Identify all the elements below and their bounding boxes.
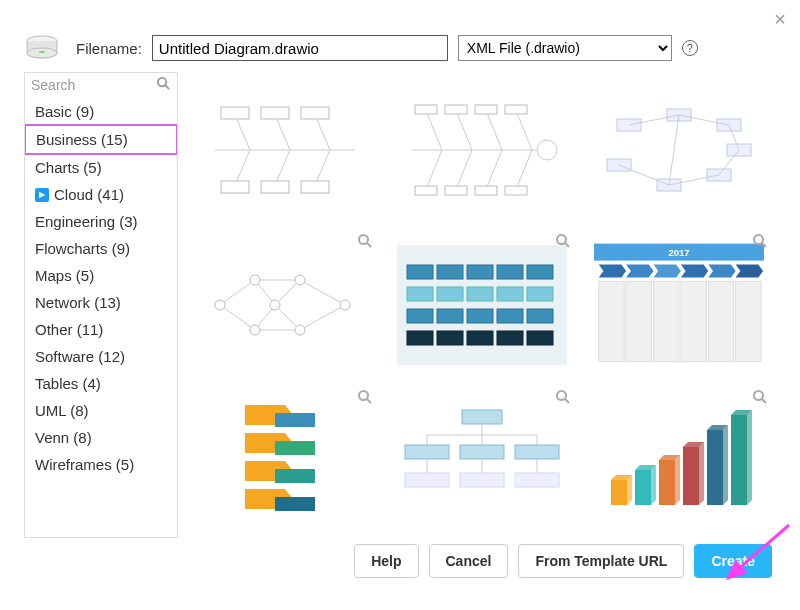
svg-rect-12 <box>261 107 289 119</box>
svg-rect-96 <box>515 445 559 459</box>
template-thumbnail[interactable] <box>186 383 383 538</box>
svg-line-92 <box>565 399 569 403</box>
zoom-icon[interactable] <box>752 389 768 409</box>
svg-rect-81 <box>654 281 680 361</box>
svg-rect-106 <box>707 430 723 505</box>
template-preview <box>397 395 567 525</box>
svg-line-101 <box>762 399 766 403</box>
svg-line-21 <box>427 150 442 187</box>
template-thumbnail[interactable] <box>383 72 580 227</box>
cancel-button[interactable]: Cancel <box>429 544 509 578</box>
search-wrap <box>25 73 177 98</box>
svg-rect-84 <box>736 281 762 361</box>
help-button[interactable]: Help <box>354 544 418 578</box>
svg-rect-94 <box>405 445 449 459</box>
zoom-icon[interactable] <box>555 233 571 253</box>
category-item[interactable]: Maps (5) <box>25 262 177 289</box>
dialog-header: Filename: XML File (.drawio) ? <box>0 0 800 72</box>
svg-rect-71 <box>527 265 553 279</box>
svg-rect-65 <box>467 309 493 323</box>
close-button[interactable]: × <box>774 8 786 31</box>
svg-rect-67 <box>497 265 523 279</box>
svg-line-24 <box>457 113 472 150</box>
search-icon[interactable] <box>156 76 171 94</box>
svg-rect-34 <box>505 105 527 114</box>
template-thumbnail[interactable] <box>383 383 580 538</box>
zoom-icon[interactable] <box>555 389 571 409</box>
svg-rect-102 <box>611 480 627 505</box>
svg-rect-99 <box>515 473 559 487</box>
category-item[interactable]: Tables (4) <box>25 370 177 397</box>
zoom-icon[interactable] <box>357 233 373 253</box>
create-button[interactable]: Create <box>694 544 772 578</box>
svg-line-6 <box>235 115 250 150</box>
category-item[interactable]: Software (12) <box>25 343 177 370</box>
svg-line-25 <box>457 150 472 187</box>
svg-rect-55 <box>407 265 433 279</box>
category-item[interactable]: Flowcharts (9) <box>25 235 177 262</box>
template-preview <box>200 85 370 215</box>
svg-rect-98 <box>460 473 504 487</box>
svg-rect-23 <box>415 186 437 195</box>
expand-icon: ▶ <box>35 188 49 202</box>
category-item[interactable]: Engineering (3) <box>25 208 177 235</box>
svg-point-91 <box>557 391 566 400</box>
category-list: Basic (9)Business (15)Charts (5)▶Cloud (… <box>25 98 177 537</box>
svg-rect-107 <box>731 415 747 505</box>
template-thumbnail[interactable] <box>581 72 778 227</box>
svg-line-15 <box>315 150 330 185</box>
svg-rect-27 <box>445 186 467 195</box>
dialog-footer: Help Cancel From Template URL Create <box>0 538 800 578</box>
template-gallery: 2017 <box>178 72 778 538</box>
svg-line-86 <box>367 399 371 403</box>
svg-rect-30 <box>475 105 497 114</box>
category-item[interactable]: Basic (9) <box>25 98 177 125</box>
zoom-icon[interactable] <box>357 389 373 409</box>
category-label: Tables (4) <box>35 375 101 392</box>
template-thumbnail[interactable] <box>581 383 778 538</box>
svg-rect-82 <box>681 281 707 361</box>
template-preview: 2017 <box>594 240 764 370</box>
svg-rect-104 <box>659 460 675 505</box>
svg-point-50 <box>295 325 305 335</box>
category-item[interactable]: Venn (8) <box>25 424 177 451</box>
svg-rect-35 <box>505 186 527 195</box>
svg-point-45 <box>215 300 225 310</box>
file-format-select[interactable]: XML File (.drawio) <box>458 35 672 61</box>
template-thumbnail[interactable] <box>186 227 383 382</box>
svg-point-100 <box>754 391 763 400</box>
category-item[interactable]: Network (13) <box>25 289 177 316</box>
category-label: Wireframes (5) <box>35 456 134 473</box>
help-icon[interactable]: ? <box>682 40 698 56</box>
category-item[interactable]: ▶Cloud (41) <box>25 181 177 208</box>
category-label: Network (13) <box>35 294 121 311</box>
svg-rect-59 <box>437 265 463 279</box>
svg-rect-69 <box>497 309 523 323</box>
template-thumbnail[interactable]: 2017 <box>581 227 778 382</box>
filename-label: Filename: <box>76 40 142 57</box>
category-item[interactable]: Business (15) <box>25 124 177 155</box>
svg-rect-54 <box>397 245 567 365</box>
category-item[interactable]: Other (11) <box>25 316 177 343</box>
filename-input[interactable] <box>152 35 448 61</box>
category-item[interactable]: Charts (5) <box>25 154 177 181</box>
template-thumbnail[interactable] <box>186 72 383 227</box>
search-input[interactable] <box>31 77 151 93</box>
svg-rect-61 <box>437 309 463 323</box>
template-thumbnail[interactable] <box>383 227 580 382</box>
svg-rect-79 <box>599 281 625 361</box>
svg-rect-56 <box>407 287 433 301</box>
zoom-icon[interactable] <box>752 233 768 253</box>
svg-point-46 <box>250 275 260 285</box>
svg-rect-60 <box>437 287 463 301</box>
disk-icon <box>24 34 60 62</box>
dialog-body: Basic (9)Business (15)Charts (5)▶Cloud (… <box>0 72 800 538</box>
svg-rect-103 <box>635 470 651 505</box>
category-item[interactable]: UML (8) <box>25 397 177 424</box>
from-template-url-button[interactable]: From Template URL <box>518 544 684 578</box>
svg-rect-17 <box>301 181 329 193</box>
category-item[interactable]: Wireframes (5) <box>25 451 177 478</box>
svg-point-43 <box>359 235 368 244</box>
category-label: Venn (8) <box>35 429 92 446</box>
svg-rect-57 <box>407 309 433 323</box>
